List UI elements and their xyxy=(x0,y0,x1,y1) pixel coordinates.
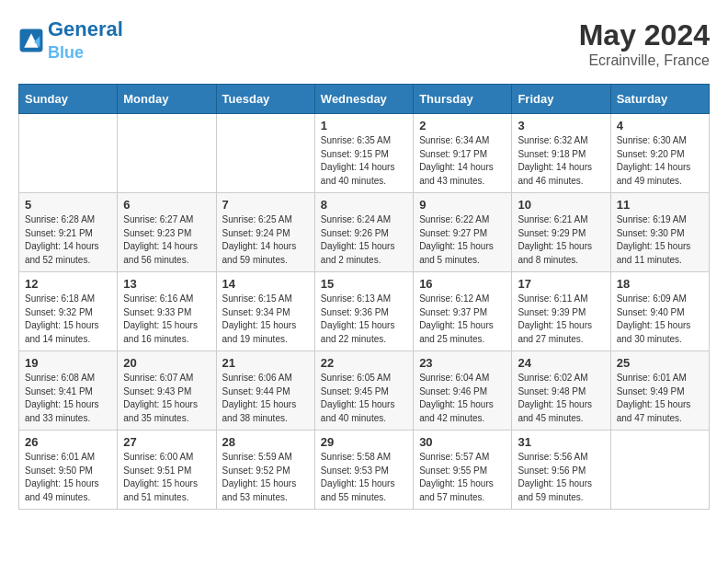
calendar-cell: 3Sunrise: 6:32 AM Sunset: 9:18 PM Daylig… xyxy=(512,114,610,193)
day-number: 2 xyxy=(419,119,506,132)
logo: General Blue xyxy=(18,18,123,63)
day-info: Sunrise: 6:04 AM Sunset: 9:46 PM Dayligh… xyxy=(419,372,506,425)
calendar-cell: 25Sunrise: 6:01 AM Sunset: 9:49 PM Dayli… xyxy=(610,351,709,431)
day-number: 25 xyxy=(617,356,703,370)
day-info: Sunrise: 6:09 AM Sunset: 9:40 PM Dayligh… xyxy=(617,293,703,346)
calendar-cell: 30Sunrise: 5:57 AM Sunset: 9:55 PM Dayli… xyxy=(414,431,512,510)
calendar-cell: 21Sunrise: 6:06 AM Sunset: 9:44 PM Dayli… xyxy=(216,351,314,431)
calendar-cell: 16Sunrise: 6:12 AM Sunset: 9:37 PM Dayli… xyxy=(414,272,512,351)
day-number: 13 xyxy=(123,277,210,291)
day-info: Sunrise: 6:01 AM Sunset: 9:50 PM Dayligh… xyxy=(25,451,111,504)
calendar-cell: 15Sunrise: 6:13 AM Sunset: 9:36 PM Dayli… xyxy=(314,272,413,351)
day-number: 17 xyxy=(518,277,604,291)
calendar-cell: 1Sunrise: 6:35 AM Sunset: 9:15 PM Daylig… xyxy=(314,114,413,193)
calendar-cell: 31Sunrise: 5:56 AM Sunset: 9:56 PM Dayli… xyxy=(512,431,610,510)
calendar-cell: 14Sunrise: 6:15 AM Sunset: 9:34 PM Dayli… xyxy=(216,272,314,351)
calendar-cell: 7Sunrise: 6:25 AM Sunset: 9:24 PM Daylig… xyxy=(216,193,314,272)
day-number: 28 xyxy=(222,435,309,449)
day-number: 22 xyxy=(321,356,407,370)
day-number: 23 xyxy=(419,356,506,370)
weekday-header: Saturday xyxy=(610,85,709,114)
day-number: 21 xyxy=(222,356,309,370)
calendar-table: SundayMondayTuesdayWednesdayThursdayFrid… xyxy=(18,84,710,510)
day-info: Sunrise: 6:28 AM Sunset: 9:21 PM Dayligh… xyxy=(25,213,111,267)
calendar-cell: 26Sunrise: 6:01 AM Sunset: 9:50 PM Dayli… xyxy=(19,431,118,510)
day-number: 1 xyxy=(321,119,407,132)
day-info: Sunrise: 6:08 AM Sunset: 9:41 PM Dayligh… xyxy=(25,372,111,425)
calendar-cell xyxy=(19,114,118,193)
weekday-header: Wednesday xyxy=(314,85,413,114)
weekday-header: Sunday xyxy=(19,85,118,114)
day-info: Sunrise: 6:01 AM Sunset: 9:49 PM Dayligh… xyxy=(617,372,703,425)
day-info: Sunrise: 6:07 AM Sunset: 9:43 PM Dayligh… xyxy=(123,372,210,425)
calendar-cell: 12Sunrise: 6:18 AM Sunset: 9:32 PM Dayli… xyxy=(19,272,118,351)
day-number: 19 xyxy=(25,356,111,370)
day-info: Sunrise: 6:05 AM Sunset: 9:45 PM Dayligh… xyxy=(321,372,407,425)
calendar-week-row: 5Sunrise: 6:28 AM Sunset: 9:21 PM Daylig… xyxy=(19,193,710,272)
day-info: Sunrise: 6:19 AM Sunset: 9:30 PM Dayligh… xyxy=(617,213,703,267)
weekday-row: SundayMondayTuesdayWednesdayThursdayFrid… xyxy=(19,85,710,114)
calendar-cell: 22Sunrise: 6:05 AM Sunset: 9:45 PM Dayli… xyxy=(314,351,413,431)
calendar-cell: 13Sunrise: 6:16 AM Sunset: 9:33 PM Dayli… xyxy=(118,272,216,351)
day-info: Sunrise: 6:24 AM Sunset: 9:26 PM Dayligh… xyxy=(321,213,407,267)
day-number: 30 xyxy=(419,435,506,449)
page-header: General Blue May 2024 Ecrainville, Franc… xyxy=(18,18,710,69)
calendar-cell: 5Sunrise: 6:28 AM Sunset: 9:21 PM Daylig… xyxy=(19,193,118,272)
calendar-cell: 8Sunrise: 6:24 AM Sunset: 9:26 PM Daylig… xyxy=(314,193,413,272)
calendar-cell: 28Sunrise: 5:59 AM Sunset: 9:52 PM Dayli… xyxy=(216,431,314,510)
day-number: 16 xyxy=(419,277,506,291)
day-info: Sunrise: 6:18 AM Sunset: 9:32 PM Dayligh… xyxy=(25,293,111,346)
calendar-cell: 2Sunrise: 6:34 AM Sunset: 9:17 PM Daylig… xyxy=(414,114,512,193)
calendar-cell: 18Sunrise: 6:09 AM Sunset: 9:40 PM Dayli… xyxy=(610,272,709,351)
day-info: Sunrise: 6:16 AM Sunset: 9:33 PM Dayligh… xyxy=(123,293,210,346)
location: Ecrainville, France xyxy=(579,52,710,69)
day-number: 4 xyxy=(617,119,703,132)
day-number: 7 xyxy=(222,198,309,212)
calendar-body: 1Sunrise: 6:35 AM Sunset: 9:15 PM Daylig… xyxy=(19,114,710,510)
month-year: May 2024 xyxy=(579,18,710,52)
calendar-cell xyxy=(610,431,709,510)
calendar-week-row: 19Sunrise: 6:08 AM Sunset: 9:41 PM Dayli… xyxy=(19,351,710,431)
logo-text: General Blue xyxy=(48,18,123,63)
day-info: Sunrise: 6:30 AM Sunset: 9:20 PM Dayligh… xyxy=(617,134,703,188)
day-number: 5 xyxy=(25,198,111,212)
day-number: 24 xyxy=(518,356,604,370)
calendar-cell: 24Sunrise: 6:02 AM Sunset: 9:48 PM Dayli… xyxy=(512,351,610,431)
day-number: 29 xyxy=(321,435,407,449)
day-number: 14 xyxy=(222,277,309,291)
day-number: 6 xyxy=(123,198,210,212)
day-number: 18 xyxy=(617,277,703,291)
calendar-cell: 9Sunrise: 6:22 AM Sunset: 9:27 PM Daylig… xyxy=(414,193,512,272)
day-info: Sunrise: 6:32 AM Sunset: 9:18 PM Dayligh… xyxy=(518,134,604,188)
day-info: Sunrise: 6:02 AM Sunset: 9:48 PM Dayligh… xyxy=(518,372,604,425)
weekday-header: Friday xyxy=(512,85,610,114)
weekday-header: Monday xyxy=(118,85,216,114)
day-info: Sunrise: 6:00 AM Sunset: 9:51 PM Dayligh… xyxy=(123,451,210,504)
day-info: Sunrise: 5:59 AM Sunset: 9:52 PM Dayligh… xyxy=(222,451,309,504)
day-info: Sunrise: 6:22 AM Sunset: 9:27 PM Dayligh… xyxy=(419,213,506,267)
day-info: Sunrise: 6:21 AM Sunset: 9:29 PM Dayligh… xyxy=(518,213,604,267)
day-info: Sunrise: 6:27 AM Sunset: 9:23 PM Dayligh… xyxy=(123,213,210,267)
day-info: Sunrise: 5:57 AM Sunset: 9:55 PM Dayligh… xyxy=(419,451,506,504)
day-info: Sunrise: 5:58 AM Sunset: 9:53 PM Dayligh… xyxy=(321,451,407,504)
day-number: 10 xyxy=(518,198,604,212)
day-info: Sunrise: 6:15 AM Sunset: 9:34 PM Dayligh… xyxy=(222,293,309,346)
day-number: 27 xyxy=(123,435,210,449)
day-info: Sunrise: 6:35 AM Sunset: 9:15 PM Dayligh… xyxy=(321,134,407,188)
day-info: Sunrise: 5:56 AM Sunset: 9:56 PM Dayligh… xyxy=(518,451,604,504)
calendar-cell: 19Sunrise: 6:08 AM Sunset: 9:41 PM Dayli… xyxy=(19,351,118,431)
calendar-cell: 23Sunrise: 6:04 AM Sunset: 9:46 PM Dayli… xyxy=(414,351,512,431)
day-number: 20 xyxy=(123,356,210,370)
day-info: Sunrise: 6:34 AM Sunset: 9:17 PM Dayligh… xyxy=(419,134,506,188)
day-info: Sunrise: 6:11 AM Sunset: 9:39 PM Dayligh… xyxy=(518,293,604,346)
calendar-cell xyxy=(216,114,314,193)
day-number: 8 xyxy=(321,198,407,212)
day-number: 31 xyxy=(518,435,604,449)
day-info: Sunrise: 6:25 AM Sunset: 9:24 PM Dayligh… xyxy=(222,213,309,267)
calendar-cell: 6Sunrise: 6:27 AM Sunset: 9:23 PM Daylig… xyxy=(118,193,216,272)
day-number: 11 xyxy=(617,198,703,212)
calendar-cell: 4Sunrise: 6:30 AM Sunset: 9:20 PM Daylig… xyxy=(610,114,709,193)
calendar-cell: 17Sunrise: 6:11 AM Sunset: 9:39 PM Dayli… xyxy=(512,272,610,351)
day-info: Sunrise: 6:13 AM Sunset: 9:36 PM Dayligh… xyxy=(321,293,407,346)
day-number: 15 xyxy=(321,277,407,291)
